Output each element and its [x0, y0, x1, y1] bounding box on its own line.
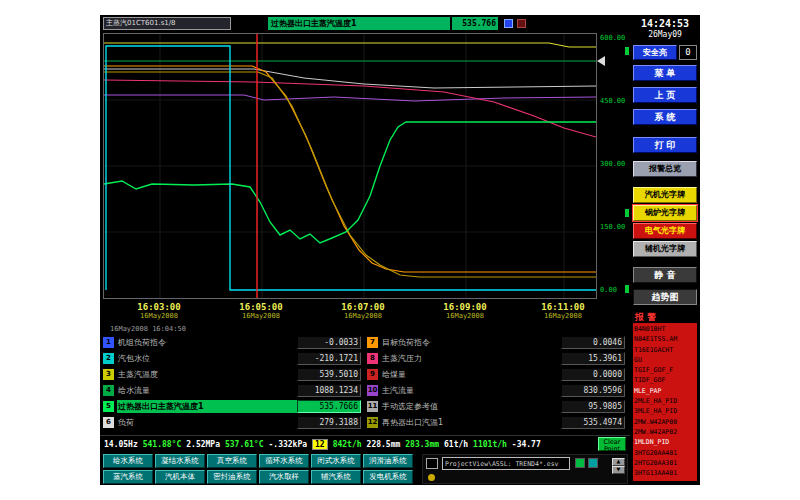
- nav-button[interactable]: 蒸汽系统: [103, 470, 153, 484]
- status-value: 537.61°C: [225, 440, 264, 449]
- mute-button[interactable]: 静 音: [633, 267, 697, 283]
- nav-button[interactable]: 给水系统: [103, 454, 153, 468]
- alarm-item[interactable]: B4N01BHT: [634, 324, 696, 334]
- alarm-item[interactable]: N04E1TSS.AM: [634, 334, 696, 344]
- nav-button[interactable]: 汽机本体: [155, 470, 205, 484]
- lamp-button[interactable]: 电气光字牌: [633, 223, 697, 239]
- system-nav-row-1: 给水系统凝结水系统真空系统循环水系统闭式水系统润滑油系统: [103, 454, 413, 468]
- alarm-item[interactable]: 1MLDN_PID: [634, 437, 696, 447]
- clear-point-button[interactable]: Clear Point: [598, 437, 626, 451]
- x-axis-tick: 16:07:0016May2008: [341, 302, 384, 320]
- nav-button[interactable]: 凝结水系统: [155, 454, 205, 468]
- legend-row[interactable]: 9给煤量0.0000: [367, 367, 625, 382]
- selected-pen-name[interactable]: 过热器出口主蒸汽温度1: [268, 17, 450, 30]
- legend-row[interactable]: 5过热器出口主蒸汽温度1535.7666: [103, 399, 361, 414]
- y-axis-label: 450.00: [600, 97, 625, 105]
- prev-page-button[interactable]: 上 页: [633, 87, 697, 103]
- alarm-item[interactable]: 2MW.W42AP02: [634, 427, 696, 437]
- scale-tick-mark: [625, 285, 629, 293]
- trend-group-tag[interactable]: 主蒸汽01CT601.s1/8: [103, 17, 231, 30]
- alarm-item[interactable]: 2HTG20AA301: [634, 458, 696, 468]
- nav-button[interactable]: 闭式水系统: [311, 454, 361, 468]
- alarm-list: B4N01BHTN04E1TSS.AMT16E1GACHTGUTGIF_GOF_…: [633, 323, 697, 481]
- pen-color-swatch: 11: [367, 401, 378, 412]
- file-path-input[interactable]: [442, 457, 570, 470]
- legend-row[interactable]: 1机组负荷指令-0.0033: [103, 335, 361, 350]
- lamp-button[interactable]: 锅炉光字牌: [633, 205, 697, 221]
- legend-row[interactable]: 10主汽流量830.9596: [367, 383, 625, 398]
- menu-button[interactable]: 菜 单: [633, 65, 697, 81]
- confirm-button[interactable]: [575, 458, 585, 468]
- pen-label: 目标负荷指令: [381, 336, 561, 349]
- sidebar: 14:24:53 26May09 安全亮 0 菜 单 上 页 系 统 打 印 报…: [630, 15, 700, 485]
- nav-button[interactable]: 汽水取样: [259, 470, 309, 484]
- pen-color-swatch: 9: [367, 369, 378, 380]
- system-button[interactable]: 系 统: [633, 109, 697, 125]
- lamp-button[interactable]: 汽机光字牌: [633, 187, 697, 203]
- alarm-item[interactable]: T16E1GACHT: [634, 345, 696, 355]
- tick-date: 16May2008: [341, 312, 384, 320]
- clock-time: 14:24:53: [630, 18, 700, 29]
- legend-row[interactable]: 12再热器出口汽温1535.4974: [367, 415, 625, 430]
- tick-time: 16:09:00: [443, 302, 486, 312]
- tick-time: 16:07:00: [341, 302, 384, 312]
- alarm-item[interactable]: TIDF_GOF: [634, 375, 696, 385]
- legend-row[interactable]: 6负荷279.3188: [103, 415, 361, 430]
- trend-chart[interactable]: [103, 33, 597, 299]
- nav-button[interactable]: 密封油系统: [207, 470, 257, 484]
- pen-value: 1088.1234: [297, 384, 361, 397]
- tick-date: 16May2008: [541, 312, 584, 320]
- x-axis-tick: 16:09:0016May2008: [443, 302, 486, 320]
- print-button[interactable]: 打 印: [633, 137, 697, 153]
- legend-row[interactable]: 7目标负荷指令0.0046: [367, 335, 625, 350]
- x-axis-tick: 16:03:0016May2008: [137, 302, 180, 320]
- pen-color-swatch: 8: [367, 353, 378, 364]
- tick-date: 16May2008: [239, 312, 282, 320]
- pen-value: 0.0000: [561, 368, 625, 381]
- alarm-item[interactable]: TGIF_GOF_F: [634, 365, 696, 375]
- legend-row[interactable]: 2汽包水位-210.1721: [103, 351, 361, 366]
- dcs-trend-screen: 主蒸汽01CT601.s1/8 过热器出口主蒸汽温度1 535.766 600.…: [100, 15, 700, 485]
- alarm-item[interactable]: 3HTG20AA401: [634, 448, 696, 458]
- legend-row[interactable]: 4给水流量1088.1234: [103, 383, 361, 398]
- x-axis: 16:03:0016May200816:05:0016May200816:07:…: [103, 302, 597, 324]
- clock-date: 26May09: [630, 30, 700, 39]
- lamp-button[interactable]: 辅机光字牌: [633, 241, 697, 257]
- legend-row[interactable]: 11手动选定参考值95.9805: [367, 399, 625, 414]
- alarm-item[interactable]: GU: [634, 355, 696, 365]
- pen-value: 535.7666: [297, 400, 361, 413]
- nav-button[interactable]: 循环水系统: [259, 454, 309, 468]
- legend-row[interactable]: 3主蒸汽温度539.5010: [103, 367, 361, 382]
- command-panel: ▲ ▼: [422, 454, 628, 484]
- scale-tick-mark: [625, 209, 629, 217]
- trend-page-button[interactable]: 趋势图: [633, 289, 697, 305]
- alarm-item[interactable]: MLE_PAP: [634, 386, 696, 396]
- spin-down-button[interactable]: ▼: [612, 466, 625, 474]
- alarm-item[interactable]: 2MW.W42AP00: [634, 417, 696, 427]
- pen-label: 过热器出口主蒸汽温度1: [117, 400, 297, 413]
- nav-button[interactable]: 真空系统: [207, 454, 257, 468]
- nav-button[interactable]: 发电机系统: [363, 470, 413, 484]
- status-value: 842t/h: [333, 440, 362, 449]
- safety-lamp-button[interactable]: 安全亮: [633, 45, 677, 60]
- spin-up-button[interactable]: ▲: [612, 458, 625, 466]
- alarm-item[interactable]: 3HTG13AA401: [634, 468, 696, 478]
- legend-row[interactable]: 8主蒸汽压力15.3961: [367, 351, 625, 366]
- pen-indicator-blue-icon[interactable]: [504, 19, 513, 28]
- tick-time: 16:11:00: [541, 302, 584, 312]
- alarm-item[interactable]: 3MLE_HA_PID: [634, 406, 696, 416]
- nav-button[interactable]: 润滑油系统: [363, 454, 413, 468]
- cursor-timestamp: 16May2008 16:04:50: [110, 325, 186, 333]
- legend-column-left: 1机组负荷指令-0.00332汽包水位-210.17213主蒸汽温度539.50…: [103, 335, 361, 431]
- browse-button[interactable]: [588, 458, 598, 468]
- alarm-item[interactable]: 2MLE_HA_PID: [634, 396, 696, 406]
- trend-plot[interactable]: [104, 34, 596, 298]
- pen-color-swatch: 4: [103, 385, 114, 396]
- pen-indicator-red-icon[interactable]: [517, 19, 526, 28]
- pen-value: 539.5010: [297, 368, 361, 381]
- pen-value: 0.0046: [561, 336, 625, 349]
- spin-buttons: ▲ ▼: [612, 458, 625, 474]
- nav-button[interactable]: 辅汽系统: [311, 470, 361, 484]
- alarm-overview-button[interactable]: 报警总览: [633, 161, 697, 177]
- pen-label: 主蒸汽温度: [117, 368, 297, 381]
